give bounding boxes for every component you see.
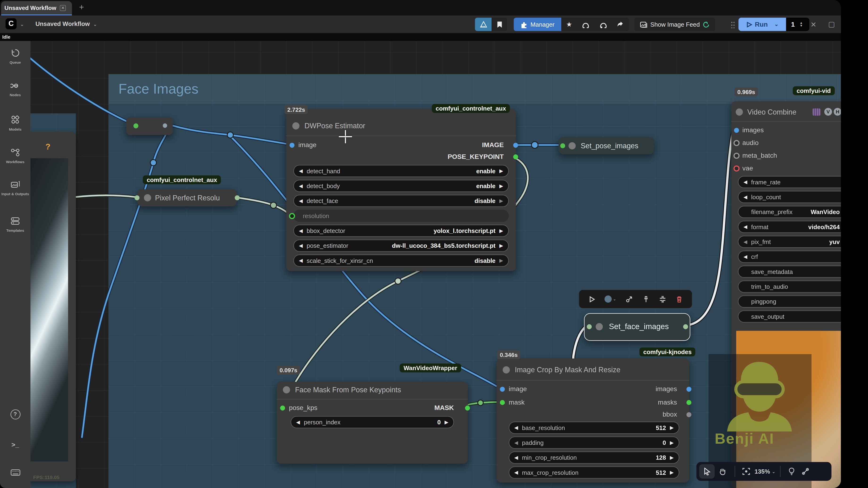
input-slot-mask[interactable] [500, 400, 505, 405]
collapse-dot[interactable] [503, 366, 510, 374]
widget-pix-fmt[interactable]: ◀ pix_fmt yuv [738, 236, 841, 248]
decrement-icon[interactable]: ◀ [514, 440, 518, 445]
output-slot-image[interactable] [513, 143, 518, 148]
input-slot-resolution[interactable] [289, 213, 295, 219]
collapse-dot[interactable] [283, 386, 290, 393]
decrement-icon[interactable]: ◀ [743, 239, 747, 245]
collapse-dot[interactable] [144, 194, 151, 201]
sidebar-item-help[interactable]: ? [0, 408, 30, 419]
tab-close-icon[interactable]: ✕ [60, 5, 66, 11]
decrement-icon[interactable]: ◀ [514, 455, 518, 460]
decrement-icon[interactable]: ◀ [514, 470, 518, 475]
widget-detect-body[interactable]: ◀ detect_body enable ▶ [293, 180, 509, 192]
sidebar-item-inputs-outputs[interactable]: Input & Outputs [0, 181, 30, 196]
increment-icon[interactable]: ▶ [499, 258, 503, 263]
sidebar-item-queue[interactable]: Queue [0, 49, 30, 65]
comfyui-logo[interactable]: C [5, 18, 17, 29]
widget-scale-stick[interactable]: ◀ scale_stick_for_xinsr_cn disable ▶ [293, 255, 509, 267]
widget-pose-estimator[interactable]: ◀ pose_estimator dw-ll_ucoco_384_bs5.tor… [293, 239, 509, 252]
decrement-icon[interactable]: ◀ [743, 194, 747, 200]
increment-icon[interactable]: ▶ [499, 198, 503, 203]
toggle-links-button[interactable] [798, 467, 813, 475]
widget-detect-hand[interactable]: ◀ detect_hand enable ▶ [293, 165, 509, 177]
workflow-name[interactable]: Unsaved Workflow [35, 21, 90, 27]
output-slot[interactable] [683, 324, 688, 329]
input-slot[interactable] [133, 123, 138, 128]
decrement-icon[interactable]: ◀ [299, 243, 303, 248]
run-node-icon[interactable] [588, 295, 596, 303]
new-tab-button[interactable]: + [79, 2, 84, 11]
crop-node[interactable]: Image Crop By Mask And Resize image imag… [497, 359, 689, 483]
decrement-icon[interactable]: ◀ [299, 228, 303, 233]
stop-button[interactable]: ▢ [828, 20, 835, 28]
widget-save-metadata[interactable]: save_metadata [738, 266, 841, 278]
increment-icon[interactable]: ▶ [499, 243, 503, 248]
manager-button[interactable]: Manager [514, 18, 561, 31]
sidebar-item-nodes[interactable]: Nodes [0, 82, 30, 97]
widget-crf[interactable]: ◀ crf [738, 251, 841, 263]
interrupt-button[interactable]: ✕ [810, 21, 816, 29]
increment-icon[interactable]: ▶ [499, 228, 503, 233]
widget-loop-count[interactable]: ◀ loop_count [738, 191, 841, 203]
widget-frame-rate[interactable]: ◀ frame_rate [738, 176, 841, 188]
fit-view-button[interactable] [740, 467, 753, 475]
magnet-dot-icon[interactable] [599, 21, 607, 28]
group-header[interactable] [108, 74, 841, 104]
collapse-icon[interactable] [658, 295, 666, 303]
widget-trim-to-audio[interactable]: trim_to_audio [738, 281, 841, 293]
input-slot-pose-kps[interactable] [280, 405, 285, 411]
zoom-chevron-icon[interactable]: ⌄ [772, 469, 776, 474]
collapse-dot[interactable] [596, 323, 603, 330]
advanced-icon[interactable]: H [834, 108, 841, 116]
sidebar-item-shortcuts[interactable] [0, 468, 30, 478]
count-down-icon[interactable]: ▼ [800, 24, 803, 27]
output-slot-mask[interactable] [465, 405, 470, 411]
sidebar-item-terminal[interactable]: >_ [0, 439, 30, 449]
input-slot-audio[interactable] [734, 140, 740, 146]
widget-person-index[interactable]: ◀ person_index 0 ▶ [290, 416, 454, 428]
input-slot[interactable] [587, 324, 592, 329]
output-slot-masks[interactable] [686, 400, 691, 405]
collapse-dot[interactable] [292, 122, 300, 130]
star-icon[interactable]: ★ [566, 21, 572, 28]
magnet-icon[interactable] [582, 21, 590, 28]
widget-resolution[interactable]: resolution [293, 209, 509, 222]
decrement-icon[interactable]: ◀ [299, 258, 303, 263]
logo-chevron-icon[interactable]: ⌄ [20, 22, 24, 27]
widget-base-resolution[interactable]: ◀ base_resolution 512 ▶ [509, 422, 679, 434]
zoom-level[interactable]: 135% [754, 468, 770, 475]
run-options-chevron-icon[interactable]: ⌄ [774, 22, 779, 27]
increment-icon[interactable]: ▶ [670, 425, 674, 430]
widget-pingpong[interactable]: pingpong [738, 295, 841, 307]
decrement-icon[interactable]: ◀ [296, 419, 300, 425]
share-icon[interactable] [617, 21, 624, 28]
drag-handle-icon[interactable] [731, 21, 735, 28]
input-slot-vae[interactable] [734, 165, 740, 172]
decrement-icon[interactable]: ◀ [743, 224, 747, 230]
widget-padding[interactable]: ◀ padding 0 ▶ [509, 436, 679, 449]
widget-filename-prefix[interactable]: filename_prefix WanVideo [738, 206, 841, 218]
dwpose-node[interactable]: DWPose Estimator image IMAGE POSE_KEYPOI… [286, 109, 516, 271]
collapse-dot[interactable] [736, 108, 743, 116]
toggle-theme-button[interactable] [785, 467, 798, 475]
output-slot[interactable] [163, 123, 167, 128]
input-slot-image[interactable] [500, 387, 505, 392]
increment-icon[interactable]: ▶ [670, 455, 674, 460]
workflow-chevron-icon[interactable]: ⌄ [93, 22, 97, 27]
output-slot-images[interactable] [686, 387, 691, 392]
increment-icon[interactable]: ▶ [499, 183, 503, 189]
output-slot-bbox[interactable] [686, 412, 691, 417]
set-pose-images-node[interactable]: Set_pose_images [559, 137, 654, 154]
delete-node-icon[interactable] [675, 295, 683, 303]
increment-icon[interactable]: ▶ [445, 419, 448, 425]
face-mask-node[interactable]: Face Mask From Pose Keypoints pose_kps M… [277, 382, 468, 463]
show-image-feed-button[interactable]: Show Image Feed [634, 18, 715, 31]
sidebar-item-models[interactable]: Models [0, 115, 30, 131]
output-slot-pose[interactable] [513, 154, 518, 159]
widget-detect-face[interactable]: ◀ detect_face disable ▶ [293, 195, 509, 207]
widget-min-crop[interactable]: ◀ min_crop_resolution 128 ▶ [509, 451, 679, 464]
batch-count-stepper[interactable]: 1 ▲ ▼ [786, 18, 809, 31]
decrement-icon[interactable]: ◀ [299, 183, 303, 189]
node-color-icon[interactable]: ⌄ [605, 295, 616, 303]
set-face-images-node[interactable]: Set_face_images [584, 313, 690, 340]
